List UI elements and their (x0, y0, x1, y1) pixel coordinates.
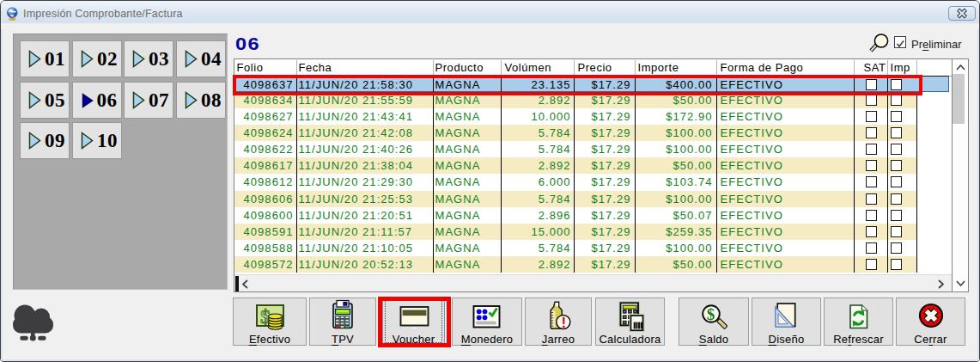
svg-text:$: $ (707, 305, 715, 323)
svg-text:!: ! (562, 315, 567, 331)
